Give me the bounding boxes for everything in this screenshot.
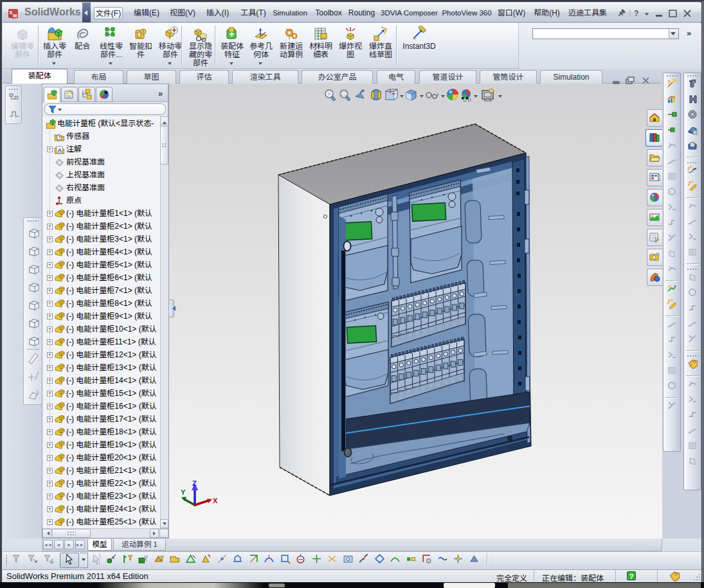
svg-text:?: ? [667, 79, 671, 85]
svg-text:X: X [213, 497, 218, 504]
svg-text:S: S [10, 10, 13, 15]
svg-text:A: A [58, 147, 62, 154]
svg-text:W: W [13, 13, 17, 18]
svg-text:Y: Y [181, 488, 186, 496]
svg-text:Z: Z [192, 479, 197, 487]
svg-text:?: ? [634, 9, 638, 18]
